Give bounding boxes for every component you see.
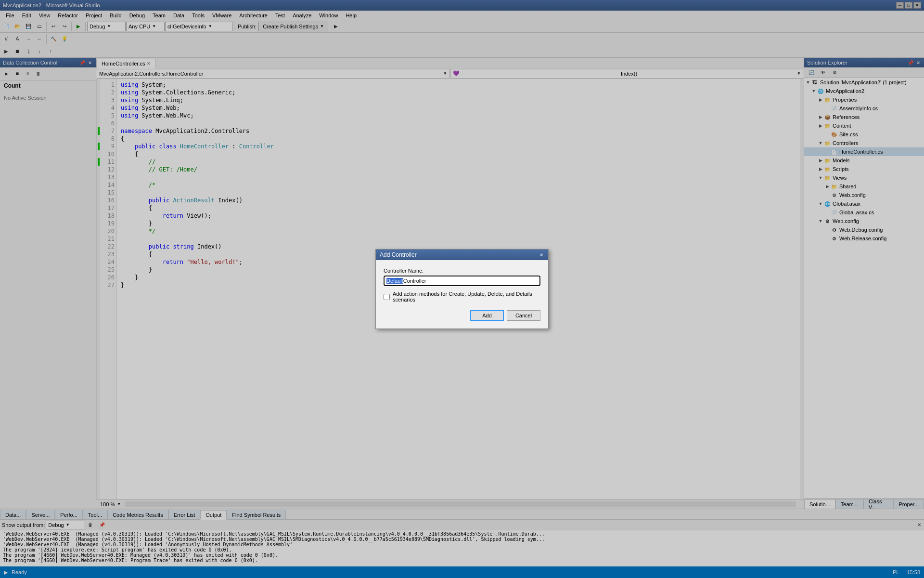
controller-name-label: Controller Name:: [384, 268, 540, 274]
dialog-content: Controller Name: Add action methods for …: [376, 260, 548, 328]
dialog-close-button[interactable]: ✕: [539, 252, 544, 258]
controller-name-input[interactable]: [384, 276, 540, 286]
dialog-overlay: Add Controller ✕ Controller Name: Add ac…: [0, 0, 924, 578]
add-button[interactable]: Add: [470, 310, 504, 321]
add-actions-label: Add action methods for Create, Update, D…: [393, 291, 540, 302]
cancel-button[interactable]: Cancel: [507, 310, 540, 321]
dialog-buttons: Add Cancel: [384, 310, 540, 321]
checkbox-row: Add action methods for Create, Update, D…: [384, 291, 540, 302]
add-actions-checkbox[interactable]: [384, 294, 390, 300]
add-controller-dialog: Add Controller ✕ Controller Name: Add ac…: [375, 249, 549, 329]
dialog-title: Add Controller: [380, 251, 417, 258]
controller-name-wrapper: [384, 276, 540, 291]
dialog-titlebar: Add Controller ✕: [376, 250, 548, 260]
